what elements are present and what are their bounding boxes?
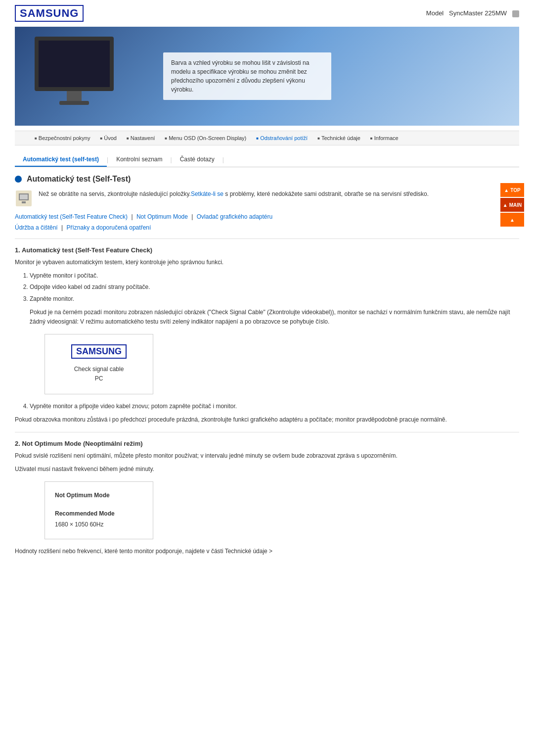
- svg-rect-3: [22, 201, 26, 203]
- mode-box: Not Optimum Mode Recommended Mode 1680 ×…: [44, 481, 153, 539]
- nav-item-troubleshoot[interactable]: Odstraňování potíží: [251, 134, 312, 142]
- step-3-detail: Pokud je na černém pozadí monitoru zobra…: [30, 308, 519, 327]
- header: SAMSUNG Model SyncMaster 225MW: [0, 0, 534, 22]
- link-maintenance[interactable]: Údržba a čištění: [15, 224, 58, 231]
- nav-item-safety[interactable]: Bezpečnostní pokyny: [30, 134, 95, 142]
- section-1: 1. Automatický test (Self-Test Feature C…: [15, 246, 519, 425]
- divider-2: [15, 432, 519, 432]
- side-buttons: ▲ TOP ▲ MAIN ▲: [500, 183, 524, 227]
- model-label: Model: [426, 9, 444, 17]
- model-name: SyncMaster 225MW: [449, 9, 507, 17]
- device-line2: PC: [95, 374, 103, 383]
- steps-list-2: Vypněte monitor a připojte video kabel z…: [30, 402, 519, 411]
- info-text: Než se obrátíte na servis, zkontrolujte …: [39, 189, 429, 198]
- setkate-link[interactable]: Setkáte-li se: [191, 190, 223, 197]
- step-2: Odpojte video kabel od zadní strany počí…: [30, 283, 519, 292]
- top-arrow-icon: ▲: [504, 188, 509, 193]
- nav-item-specs[interactable]: Technické údaje: [312, 134, 365, 142]
- section-2-intro: Pokud svislé rozlišení není optimální, m…: [15, 451, 519, 461]
- nav-item-info[interactable]: Informace: [365, 134, 403, 142]
- nav-item-intro[interactable]: Úvod: [95, 134, 122, 142]
- step-1: Vypněte monitor i počítač.: [30, 271, 519, 281]
- tabs-section: Automatický test (self-test) | Kontrolní…: [15, 153, 519, 167]
- main-arrow-icon: ▲: [503, 202, 508, 208]
- hero-text-box: Barva a vzhled výrobku se mohou lišit v …: [163, 52, 331, 100]
- back-button[interactable]: ▲: [500, 213, 524, 227]
- samsung-logo: SAMSUNG: [15, 5, 84, 22]
- step-3: Zapněte monitor.: [30, 294, 519, 304]
- tab-checklist[interactable]: Kontrolní seznam: [108, 153, 170, 167]
- model-icon: [512, 10, 519, 17]
- link-symptoms[interactable]: Příznaky a doporučená opatření: [67, 224, 151, 231]
- section-1-intro: Monitor je vybaven automatickým testem, …: [15, 258, 519, 267]
- section-main-title: Automatický test (Self-Test): [27, 175, 131, 184]
- tab-faq[interactable]: Časté dotazy: [172, 153, 222, 167]
- links-row-1: Automatický test (Self-Test Feature Chec…: [15, 213, 519, 220]
- nav-item-osd[interactable]: Menu OSD (On-Screen Display): [160, 134, 251, 142]
- blue-dot-icon: [15, 176, 22, 183]
- link-self-test-feature[interactable]: Automatický test (Self-Test Feature Chec…: [15, 213, 128, 220]
- monitor-base: [59, 101, 89, 105]
- svg-rect-2: [20, 194, 28, 199]
- section-2-title: 2. Not Optimum Mode (Neoptimální režim): [15, 440, 519, 447]
- section-2-closing: Hodnoty rozlišení nebo frekvencí, které …: [15, 547, 519, 556]
- hero-monitor: [25, 37, 124, 116]
- link-driver[interactable]: Ovladač grafického adaptéru: [197, 213, 272, 220]
- links-row-2: Údržba a čištění | Příznaky a doporučená…: [15, 224, 519, 231]
- hero-banner: Barva a vzhled výrobku se mohou lišit v …: [15, 27, 519, 126]
- mode-line-3: 1680 × 1050 60Hz: [55, 521, 143, 528]
- link-not-optimum[interactable]: Not Optimum Mode: [136, 213, 188, 220]
- divider-1: [15, 238, 519, 239]
- section-2: 2. Not Optimum Mode (Neoptimální režim) …: [15, 440, 519, 557]
- monitor-screen: [35, 37, 114, 91]
- monitor-stand: [67, 91, 82, 101]
- model-info: Model SyncMaster 225MW: [426, 9, 519, 17]
- device-box: SAMSUNG Check signal cable PC: [44, 334, 153, 394]
- top-button[interactable]: ▲ TOP: [500, 183, 524, 197]
- device-logo: SAMSUNG: [71, 344, 127, 359]
- step-4: Vypněte monitor a připojte video kabel z…: [30, 402, 519, 411]
- section-1-title: 1. Automatický test (Self-Test Feature C…: [15, 246, 519, 254]
- nav-bar: Bezpečnostní pokyny Úvod Nastavení Menu …: [15, 131, 519, 145]
- section-title-row: Automatický test (Self-Test): [15, 175, 519, 184]
- nav-item-settings[interactable]: Nastavení: [122, 134, 160, 142]
- mode-line-2: Recommended Mode: [55, 510, 143, 517]
- main-content: Automatický test (Self-Test) Než se obrá…: [15, 167, 519, 567]
- tab-self-test[interactable]: Automatický test (self-test): [15, 153, 107, 167]
- steps-list: Vypněte monitor i počítač. Odpojte video…: [30, 271, 519, 304]
- section-2-intro2: Uživatel musí nastavit frekvenci během j…: [15, 465, 519, 474]
- main-button[interactable]: ▲ MAIN: [500, 198, 524, 212]
- tab-sep-3: |: [222, 156, 224, 163]
- back-arrow-icon: ▲: [510, 217, 515, 223]
- info-box: Než se obrátíte na servis, zkontrolujte …: [15, 189, 519, 207]
- info-icon: [15, 189, 33, 207]
- mode-line-1: Not Optimum Mode: [55, 492, 143, 499]
- device-line1: Check signal cable: [74, 365, 124, 374]
- section-1-closing: Pokud obrazovka monitoru zůstává i po př…: [15, 415, 519, 425]
